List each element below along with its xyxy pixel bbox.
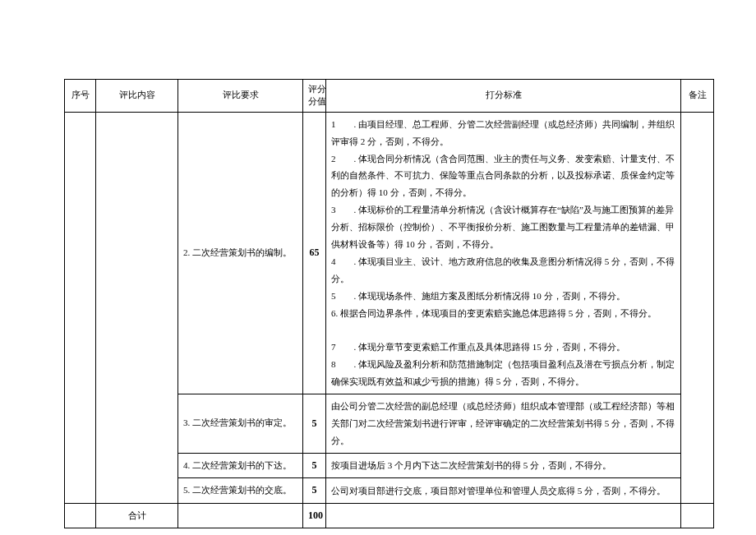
table-total-row: 合计 100: [65, 503, 714, 528]
header-score: 评分 分值: [303, 80, 326, 113]
cell-std: 按项目进场后 3 个月内下达二次经营策划书的得 5 分，否则，不得分。: [326, 453, 681, 478]
total-seq: [65, 503, 96, 528]
cell-req: 4. 二次经营策划书的下达。: [178, 453, 303, 478]
cell-seq: [65, 112, 96, 503]
cell-score: 5: [303, 453, 326, 478]
cell-score: 5: [303, 394, 326, 454]
cell-req: 2. 二次经营策划书的编制。: [178, 112, 303, 394]
cell-remark: [681, 112, 714, 503]
header-std: 打分标准: [326, 80, 681, 113]
total-score: 100: [303, 503, 326, 528]
scoring-table: 序号 评比内容 评比要求 评分 分值 打分标准 备注 2. 二次经营策划书的编制…: [64, 79, 714, 528]
header-seq: 序号: [65, 80, 96, 113]
table-row: 2. 二次经营策划书的编制。 65 1 . 由项目经理、总工程师、分管二次经营副…: [65, 112, 714, 394]
header-content: 评比内容: [96, 80, 178, 113]
cell-std: 公司对项目部进行交底，项目部对管理单位和管理人员交底得 5 分，否则，不得分。: [326, 478, 681, 504]
table-header-row: 序号 评比内容 评比要求 评分 分值 打分标准 备注: [65, 80, 714, 113]
total-remark: [681, 503, 714, 528]
total-label: 合计: [96, 503, 178, 528]
cell-std: 1 . 由项目经理、总工程师、分管二次经营副经理（或总经济师）共同编制，并组织评…: [326, 112, 681, 394]
total-req: [178, 503, 303, 528]
cell-req: 5. 二次经营策划书的交底。: [178, 478, 303, 504]
cell-content: [96, 112, 178, 503]
header-req: 评比要求: [178, 80, 303, 113]
cell-score: 5: [303, 478, 326, 504]
header-remark: 备注: [681, 80, 714, 113]
document-page: 序号 评比内容 评比要求 评分 分值 打分标准 备注 2. 二次经营策划书的编制…: [0, 0, 756, 535]
cell-score: 65: [303, 112, 326, 394]
total-std: [326, 503, 681, 528]
cell-std: 由公司分管二次经营的副总经理（或总经济师）组织成本管理部（或工程经济部）等相关部…: [326, 394, 681, 454]
cell-req: 3. 二次经营策划书的审定。: [178, 394, 303, 454]
